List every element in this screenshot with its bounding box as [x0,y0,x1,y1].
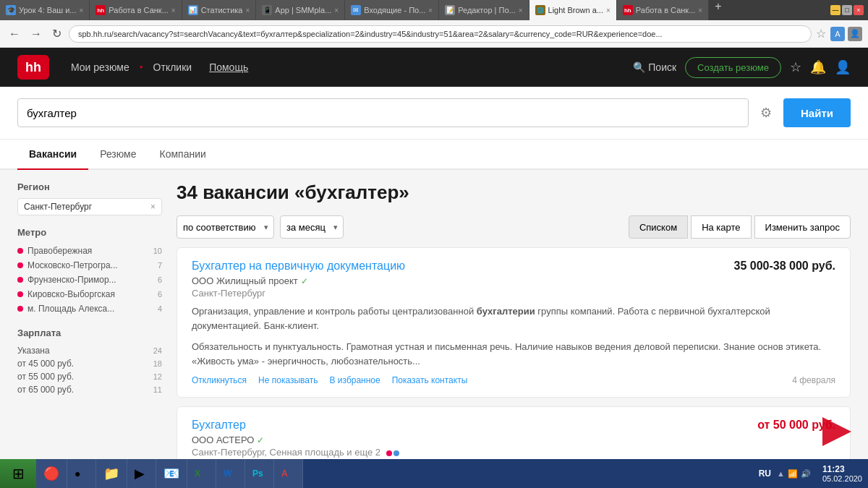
chrome-icon: 🔴 [43,466,59,481]
browser-tab-5[interactable]: ✉ Входящие - По... × [345,0,439,20]
nav-help[interactable]: Помощь [202,57,255,77]
new-tab-button[interactable]: + [709,0,727,20]
ext-icon-1[interactable]: A [830,27,845,41]
word-icon: W [224,468,231,479]
contacts-link-1[interactable]: Показать контакты [392,375,468,385]
tab-vacancies[interactable]: Вакансии [17,140,88,170]
search-input[interactable] [17,98,749,127]
job-location-2: Санкт-Петербург, Сенная площадь и еще 2 [192,447,835,458]
salary-item-2[interactable]: от 45 000 руб. 18 [17,357,162,370]
tab-companies[interactable]: Компании [148,140,218,170]
tab-close-6[interactable]: × [519,7,523,14]
search-link-label: Поиск [648,61,676,73]
create-resume-button[interactable]: Создать резюме [685,57,781,78]
tab-close-1[interactable]: × [79,7,83,14]
main-content: Регион Санкт-Петербург × Метро Правобере… [0,170,868,488]
browser-tab-4[interactable]: 📱 App | SMMpla... × [256,0,345,20]
sidebar: Регион Санкт-Петербург × Метро Правобере… [17,181,162,488]
salary-item-3[interactable]: от 55 000 руб. 12 [17,370,162,383]
browser-tab-8[interactable]: hh Работа в Санк... × [617,0,709,20]
taskbar-item-6[interactable]: X [187,459,216,488]
browser-tab-7[interactable]: 🌐 Light Brown a... × [529,0,617,20]
taskbar-date: 05.02.2020 [822,474,862,483]
view-map-button[interactable]: На карте [691,215,751,239]
ext-icon-2[interactable]: 👤 [848,27,862,41]
metro-item-3[interactable]: Фрунзенско-Примор... 6 [17,273,162,287]
maximize-button[interactable]: □ [842,5,852,15]
bookmark-button[interactable]: ☆ [816,27,826,40]
tab-resumes[interactable]: Резюме [88,140,148,170]
salary-item-1[interactable]: Указана 24 [17,344,162,357]
browser-tab-2[interactable]: hh Работа в Санк... × [90,0,182,20]
metro-item-1[interactable]: Правобережная 10 [17,244,162,258]
url-input[interactable] [69,25,812,43]
taskbar-item-9[interactable]: A [274,459,303,488]
tab-favicon-8: hh [623,5,633,15]
browser-tab-3[interactable]: 📊 Статистика × [182,0,257,20]
photoshop-icon: Ps [252,468,263,479]
tab-close-5[interactable]: × [428,7,433,14]
favorite-link-1[interactable]: В избранное [329,375,380,385]
search-button[interactable]: Найти [783,98,851,127]
salary-item-4[interactable]: от 65 000 руб. 11 [17,383,162,396]
nav-my-resumes[interactable]: Мои резюме [64,57,137,77]
metro-item-4[interactable]: Кировско-Выборгская 6 [17,287,162,301]
taskbar-item-browser[interactable]: 🔴 [36,459,67,488]
view-controls: Списком На карте Изменить запрос [629,215,851,239]
tab-label-3: Статистика [201,6,243,14]
hh-logo[interactable]: hh [17,55,49,80]
favorite-button[interactable]: ☆ [790,59,801,75]
profile-button[interactable]: 👤 [835,59,851,75]
company-name-2[interactable]: ООО АСТЕРО [192,435,254,445]
hide-link-1[interactable]: Не показывать [258,375,318,385]
tab-close-7[interactable]: × [606,7,610,14]
tab-label-6: Редактор | По... [458,6,516,14]
start-button[interactable]: ⊞ [0,459,36,488]
hh-navbar: hh Мои резюме ● Отклики Помощь 🔍 Поиск С… [0,48,868,87]
job-title-2[interactable]: Бухгалтер [192,419,246,432]
tab-close-3[interactable]: × [245,7,250,14]
filter-button[interactable]: ⚙ [754,105,778,121]
taskbar-item-4[interactable]: ▶ [127,459,156,488]
metro-item-5[interactable]: м. Площадь Алекса... 4 [17,301,162,316]
metro-dot-5 [17,306,23,312]
browser-tab-1[interactable]: 🎓 Урок 4: Ваш и... × [0,0,90,20]
close-button[interactable]: × [854,5,864,15]
refresh-button[interactable]: ↻ [49,25,64,42]
sidebar-metro-section: Метро Правобережная 10 Московско-Петрогр… [17,227,162,316]
region-close-button[interactable]: × [150,202,156,212]
taskbar-item-8[interactable]: Ps [245,459,274,488]
view-list-button[interactable]: Списком [629,215,688,239]
tab-close-2[interactable]: × [171,7,176,14]
taskbar-item-7[interactable]: W [216,459,245,488]
change-query-button[interactable]: Изменить запрос [754,215,851,239]
taskbar-item-5[interactable]: 📧 [156,459,187,488]
salary-list: Указана 24 от 45 000 руб. 18 от 55 000 р… [17,344,162,396]
back-button[interactable]: ← [6,26,23,42]
apply-link-1[interactable]: Откликнуться [192,375,247,385]
metro-title: Метро [17,227,162,238]
browser-tab-6[interactable]: 📝 Редактор | По... × [439,0,529,20]
sort-period-select[interactable]: за месяц [280,215,344,239]
tab-close-8[interactable]: × [698,7,702,14]
metro-name-2: Московско-Петрогра... [27,260,158,270]
metro-name-1: Правобережная [27,246,153,256]
job-date-1: 4 февраля [792,375,835,385]
job-card-1-header: Бухгалтер на первичную документацию 35 0… [192,260,835,273]
notifications-button[interactable]: 🔔 [810,59,826,75]
taskbar-item-3[interactable]: 📁 [96,459,127,488]
loc-dot-1 [386,450,392,456]
nav-search-link[interactable]: 🔍 Поиск [633,61,676,73]
forward-button[interactable]: → [27,26,45,42]
sort-by-select[interactable]: по соответствию [176,215,274,239]
nav-responses[interactable]: Отклики [146,57,200,77]
minimize-button[interactable]: — [830,5,841,15]
metro-item-2[interactable]: Московско-Петрогра... 7 [17,258,162,273]
taskbar-item-2[interactable]: ● [67,459,96,488]
tab-label-4: App | SMMpla... [275,6,331,14]
company-name-1[interactable]: ООО Жилищный проект [192,275,298,286]
job-title-1[interactable]: Бухгалтер на первичную документацию [192,260,405,273]
tab-favicon-1: 🎓 [6,5,16,15]
tab-close-4[interactable]: × [334,7,339,14]
metro-count-2: 7 [158,261,162,270]
